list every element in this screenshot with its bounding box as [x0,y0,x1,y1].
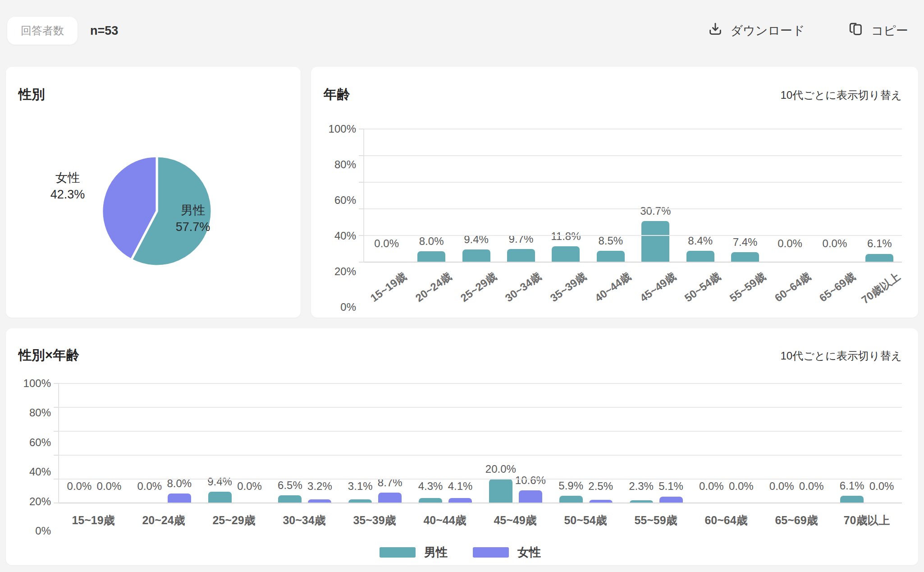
bar-男性-25~29歳[interactable] [208,492,232,503]
top-cards-row: 性別 女性 42.3% 男性 57.7% 年齢 10代ごとに表示切り替え 0%2… [6,67,918,318]
bar-35~39歳[interactable] [552,246,580,262]
bar-value-label: 0.0% [729,480,754,492]
x-label-cell: 40~44歳 [410,503,480,531]
x-label-cell: 65~69歳 [812,262,857,307]
bar-slot: 0.0% [870,383,893,503]
bar-slot: 8.5% [597,129,625,262]
bar-value-label: 20.0% [485,463,516,475]
x-axis-label: 60~64歳 [691,513,761,528]
bar-group-70歳以上: 6.1%0.0% [832,383,902,503]
bar-男性-45~49歳[interactable] [489,479,512,503]
bar-55~59歳[interactable] [731,252,759,262]
bar-group-25~29歳: 9.4%0.0% [200,383,270,503]
bar-slot: 9.7% [507,129,535,262]
x-label-cell: 55~59歳 [621,503,691,531]
bar-group-65~69歳: 0.0%0.0% [761,383,832,503]
bar-女性-35~39歳[interactable] [378,493,402,503]
gender-age-decade-toggle[interactable]: 10代ごとに表示切り替え [780,349,902,363]
bar-女性-20~24歳[interactable] [168,494,191,503]
gridline [59,431,902,432]
bar-value-label: 8.4% [688,235,713,247]
bar-group-40~44歳: 8.5% [588,129,633,262]
gender-age-card-header: 性別×年齢 10代ごとに表示切り替え [18,346,902,364]
y-tick-label: 20% [29,496,51,507]
bar-50~54歳[interactable] [686,251,714,262]
bar-value-label: 2.5% [588,480,613,492]
bar-value-label: 0.0% [137,480,162,492]
bar-45~49歳[interactable] [641,221,669,262]
bar-group-20~24歳: 8.0% [409,129,453,262]
x-label-cell: 35~39歳 [543,262,588,307]
copy-button[interactable]: コピー [848,22,908,40]
x-axis-label: 40~44歳 [592,269,634,305]
y-tick-label: 0% [35,526,51,536]
x-axis-label: 35~39歳 [339,513,410,528]
bar-value-label: 10.6% [515,475,546,486]
x-axis-label: 55~59歳 [727,269,768,305]
x-axis-label: 15~19歳 [368,269,410,305]
legend-swatch [473,547,509,558]
bar-value-label: 0.0% [374,238,399,249]
y-tick-label: 0% [340,302,356,313]
y-tick-label: 80% [29,407,51,418]
x-label-cell: 65~69歳 [761,503,832,531]
gridline [59,479,902,480]
x-axis-label: 45~49歳 [637,269,679,305]
bar-value-label: 3.2% [307,480,332,492]
gender-age-legend: 男性女性 [18,544,902,560]
bar-value-label: 0.0% [97,480,122,492]
age-card-title: 年齢 [324,86,350,104]
x-axis-label: 50~54歳 [682,269,724,305]
bar-group-15~19歳: 0.0% [364,129,409,262]
x-axis-label: 15~19歳 [58,513,128,528]
download-button[interactable]: ダウンロード [708,22,805,40]
bar-group-45~49歳: 30.7% [633,129,678,262]
bar-男性-50~54歳[interactable] [559,496,583,503]
bar-20~24歳[interactable] [417,251,445,262]
y-tick-mark [359,155,364,156]
x-axis-label: 30~34歳 [269,513,339,528]
x-axis-label: 45~49歳 [480,513,550,528]
bar-value-label: 0.0% [778,238,802,249]
pie-label-female: 女性 42.3% [29,170,106,203]
bar-30~34歳[interactable] [507,249,535,262]
gridline [364,129,902,129]
legend-item-女性: 女性 [473,544,541,560]
top-bar: 回答者数 n=53 ダウンロード コピー [6,16,918,45]
x-axis-label: 50~54歳 [550,513,621,528]
bar-value-label: 7.4% [733,236,758,248]
bar-40~44歳[interactable] [597,251,625,262]
bar-value-label: 0.0% [699,480,724,492]
bar-slot: 0.0% [821,129,849,262]
bar-slot: 0.0% [238,383,261,503]
bar-group-30~34歳: 9.7% [499,129,543,262]
bar-女性-45~49歳[interactable] [519,490,542,503]
age-decade-toggle[interactable]: 10代ごとに表示切り替え [780,88,902,102]
bar-男性-30~34歳[interactable] [278,495,302,503]
age-card-header: 年齢 10代ごとに表示切り替え [324,86,902,104]
bar-25~29歳[interactable] [462,249,490,262]
bar-value-label: 11.8% [551,231,581,242]
bar-group-35~39歳: 11.8% [544,129,588,262]
bar-slot: 10.6% [519,383,542,503]
y-tick-label: 60% [29,437,51,448]
pie-label-male-value: 57.7% [155,219,231,235]
gridline [364,155,902,156]
bar-女性-55~59歳[interactable] [659,497,683,503]
bar-男性-70歳以上[interactable] [840,496,864,503]
dashboard-page: 回答者数 n=53 ダウンロード コピー 性別 女性 42.3% 男性 [0,0,924,565]
bar-70歳以上[interactable] [865,254,893,262]
bar-slot: 0.0% [700,383,723,503]
bar-slot: 0.0% [138,383,161,503]
bar-slot: 8.7% [378,383,402,503]
bar-slot: 0.0% [776,129,804,262]
legend-label: 男性 [424,544,448,560]
x-label-cell: 55~59歳 [723,262,768,307]
top-bar-actions: ダウンロード コピー [708,22,908,40]
gridline [59,407,902,408]
bar-value-label: 0.0% [67,480,92,492]
y-tick-label: 60% [334,195,356,206]
pie-label-female-value: 42.3% [29,186,106,203]
x-axis-label: 30~34歳 [503,269,544,305]
bar-value-label: 0.0% [869,480,894,492]
